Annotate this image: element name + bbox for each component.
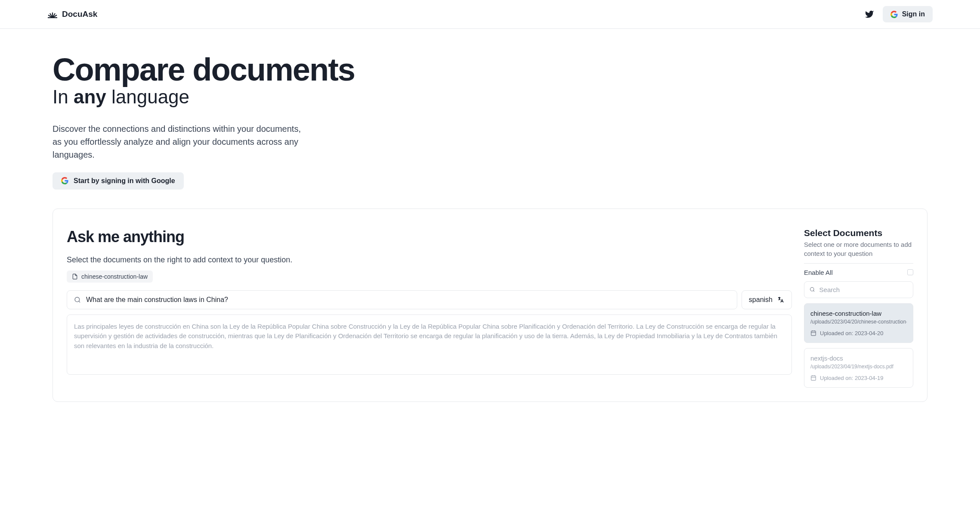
doc-uploaded: Uploaded on: 2023-04-20 [820, 330, 883, 336]
enable-all-checkbox[interactable] [907, 269, 913, 275]
signin-label: Sign in [902, 10, 925, 18]
sidebar-title: Select Documents [804, 228, 913, 238]
svg-line-7 [79, 301, 80, 302]
logo[interactable]: DocuAsk [47, 9, 97, 19]
response-box: Las principales leyes de construcción en… [67, 314, 792, 375]
doc-name: chinese-construction-law [810, 310, 907, 317]
doc-path: /uploads/2023/04/20/chinese-construction… [810, 319, 907, 325]
header-actions: Sign in [865, 6, 933, 22]
chip-label: chinese-construction-law [81, 273, 148, 280]
hero-description: Discover the connections and distinction… [53, 122, 311, 161]
doc-search-box[interactable] [804, 281, 913, 298]
hero-subtitle: In any language [53, 87, 927, 107]
google-icon [890, 11, 898, 18]
signin-button[interactable]: Sign in [883, 6, 933, 22]
language-selector[interactable]: spanish [742, 290, 792, 309]
query-input[interactable]: What are the main construction laws in C… [67, 290, 737, 309]
translate-icon [777, 296, 785, 304]
ama-subtitle: Select the documents on the right to add… [67, 255, 792, 264]
google-icon [61, 177, 68, 184]
enable-all-row: Enable All [804, 269, 913, 276]
main-content: Compare documents In any language Discov… [0, 29, 980, 419]
query-row: What are the main construction laws in C… [67, 290, 792, 309]
doc-name: nextjs-docs [810, 355, 907, 362]
query-value: What are the main construction laws in C… [86, 296, 228, 304]
demo-card: Ask me anything Select the documents on … [53, 208, 927, 402]
twitter-icon[interactable] [865, 9, 874, 19]
language-value: spanish [749, 296, 773, 304]
sidebar-subtitle: Select one or more documents to add cont… [804, 240, 913, 258]
start-signin-button[interactable]: Start by signing in with Google [53, 172, 184, 190]
svg-rect-10 [811, 331, 816, 336]
ama-title: Ask me anything [67, 228, 792, 246]
svg-point-8 [810, 287, 814, 291]
logo-icon [47, 9, 58, 19]
doc-uploaded: Uploaded on: 2023-04-19 [820, 375, 883, 381]
enable-all-label: Enable All [804, 269, 833, 276]
svg-point-6 [75, 297, 80, 302]
doc-search-input[interactable] [819, 286, 908, 293]
svg-line-9 [813, 291, 814, 292]
sidebar: Select Documents Select one or more docu… [804, 228, 913, 388]
doc-path: /uploads/2023/04/19/nextjs-docs.pdf [810, 364, 907, 370]
hero-title: Compare documents [53, 55, 927, 85]
header: DocuAsk Sign in [0, 0, 980, 29]
calendar-icon [810, 330, 816, 336]
document-item[interactable]: chinese-construction-law /uploads/2023/0… [804, 303, 913, 343]
selected-doc-chip[interactable]: chinese-construction-law [67, 271, 153, 283]
calendar-icon [810, 375, 816, 381]
doc-meta: Uploaded on: 2023-04-20 [810, 330, 907, 336]
demo-main: Ask me anything Select the documents on … [67, 228, 792, 388]
divider [804, 263, 913, 264]
brand-name: DocuAsk [62, 9, 97, 19]
search-icon [74, 296, 81, 303]
doc-meta: Uploaded on: 2023-04-19 [810, 375, 907, 381]
document-item[interactable]: nextjs-docs /uploads/2023/04/19/nextjs-d… [804, 348, 913, 388]
document-icon [72, 274, 78, 280]
search-icon [810, 286, 815, 293]
start-signin-label: Start by signing in with Google [74, 177, 175, 185]
svg-rect-14 [811, 376, 816, 381]
